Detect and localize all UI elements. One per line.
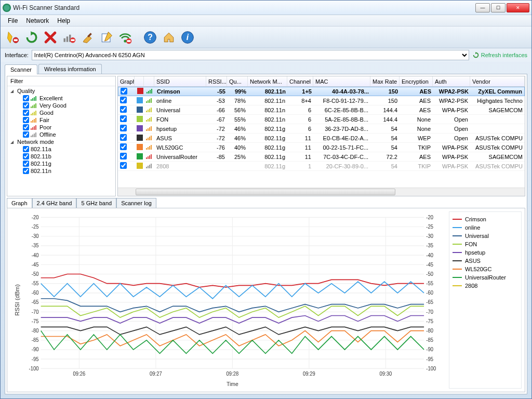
legend-swatch (453, 260, 462, 261)
filter-mode-item[interactable]: 802.11a (8, 145, 114, 153)
tab-scanner[interactable]: Scanner (5, 64, 37, 74)
tab-24ghz[interactable]: 2.4 GHz band (32, 198, 77, 208)
network-row[interactable]: Universal-6656%802.11n66C-2E-85-8B-B...1… (118, 105, 525, 115)
content-area: Filter ◢Quality ExcellentVery GoodGoodFa… (5, 74, 527, 394)
home-button[interactable] (161, 29, 177, 46)
refresh-interfaces-link[interactable]: Refresh interfaces (472, 51, 527, 59)
network-row[interactable]: 2808802.11g120-CF-30-89-0...54TKIPWPA-PS… (118, 162, 525, 171)
tab-wireless-info[interactable]: Wireless information (38, 64, 102, 74)
filter-quality-item[interactable]: Good (8, 109, 114, 116)
signal-icon (146, 116, 153, 122)
filter-quality-item[interactable]: Poor (8, 124, 114, 131)
svg-text:-90: -90 (426, 347, 433, 352)
tree-group-mode[interactable]: ◢Network mode (8, 138, 114, 145)
filter-checkbox[interactable] (23, 124, 29, 130)
legend-item[interactable]: Universal (453, 232, 518, 240)
svg-text:-60: -60 (426, 290, 433, 296)
graph-checkbox[interactable] (120, 125, 127, 131)
color-swatch (137, 97, 143, 103)
network-row[interactable]: UniversalRouter-8525%802.11g117C-03-4C-D… (118, 152, 525, 162)
legend-item[interactable]: 2808 (453, 282, 518, 290)
filter-checkbox[interactable] (23, 168, 29, 174)
signal-icon (146, 154, 153, 159)
legend-item[interactable]: UniversalRouter (453, 273, 518, 282)
filter-checkbox[interactable] (23, 117, 29, 123)
graph-checkbox[interactable] (120, 162, 127, 169)
signal-icon (31, 96, 38, 101)
filter-checkbox[interactable] (23, 102, 29, 109)
menu-network[interactable]: Network (22, 16, 53, 25)
filter-quality-item[interactable]: Fair (8, 116, 114, 124)
filter-checkbox[interactable] (23, 110, 29, 116)
svg-rect-3 (66, 36, 69, 42)
stop-scan-button[interactable] (5, 29, 21, 46)
tree-group-quality[interactable]: ◢Quality (8, 87, 114, 95)
menu-help[interactable]: Help (53, 16, 74, 25)
info-button[interactable]: i (179, 29, 196, 46)
clear-button[interactable] (79, 29, 96, 46)
color-swatch (137, 116, 143, 122)
filter-checkbox[interactable] (23, 131, 29, 138)
network-row[interactable]: hpsetup-7246%802.11g636-23-7D-AD-8...54N… (118, 124, 525, 134)
menu-file[interactable]: File (4, 16, 22, 25)
legend-item[interactable]: FON (453, 240, 518, 248)
filter-checkbox[interactable] (23, 161, 29, 167)
network-row[interactable]: FON-6755%802.11n65A-2E-85-8B-B...144.4No… (118, 115, 525, 124)
legend-swatch (453, 252, 462, 253)
tab-graph[interactable]: Graph (7, 198, 32, 208)
network-row[interactable]: ASUS-7246%802.11g11E0-CB-4E-D2-A...54WEP… (118, 134, 525, 143)
filter-mode-item[interactable]: 802.11n (8, 167, 114, 175)
rssi-chart: -20-20-25-25-30-30-35-35-40-40-45-45-50-… (10, 211, 446, 389)
svg-text:-80: -80 (32, 328, 39, 334)
filter-checkbox[interactable] (23, 146, 29, 152)
signal-icon (146, 135, 153, 140)
svg-text:09:29: 09:29 (303, 371, 315, 377)
graph-checkbox[interactable] (120, 97, 127, 103)
graph-checkbox[interactable] (120, 153, 127, 159)
grid-hscrollbar[interactable] (118, 188, 525, 196)
refresh-button[interactable] (23, 29, 40, 46)
signal-icon (147, 88, 154, 94)
svg-text:-50: -50 (32, 271, 39, 277)
filter-tree[interactable]: ◢Quality ExcellentVery GoodGoodFairPoorO… (7, 86, 115, 196)
legend-item[interactable]: hpsetup (453, 248, 518, 257)
wifi-stop-button[interactable] (117, 29, 134, 46)
delete-button[interactable] (42, 29, 59, 46)
graph-checkbox[interactable] (120, 143, 127, 150)
tab-scanner-log[interactable]: Scanner log (116, 198, 156, 208)
filter-quality-item[interactable]: Offline (8, 131, 114, 138)
signal-stop-button[interactable] (61, 29, 77, 46)
filter-quality-item[interactable]: Very Good (8, 102, 114, 109)
signal-icon (146, 144, 153, 150)
help-button[interactable]: ? (142, 29, 158, 46)
edit-button[interactable] (98, 29, 115, 46)
interface-select[interactable]: Intel(R) Centrino(R) Advanced-N 6250 AGN (32, 50, 469, 60)
graph-checkbox[interactable] (120, 106, 127, 113)
graph-checkbox[interactable] (121, 88, 127, 95)
filter-checkbox[interactable] (23, 153, 29, 159)
svg-text:-45: -45 (426, 261, 433, 267)
filter-mode-item[interactable]: 802.11g (8, 160, 114, 167)
filter-mode-item[interactable]: 802.11b (8, 153, 114, 160)
legend-item[interactable]: ASUS (453, 257, 518, 265)
legend-item[interactable]: WL520GC (453, 265, 518, 273)
svg-text:-85: -85 (426, 337, 433, 343)
filter-quality-item[interactable]: Excellent (8, 95, 114, 102)
legend-item[interactable]: online (453, 223, 518, 232)
graph-checkbox[interactable] (120, 115, 127, 122)
filter-checkbox[interactable] (23, 95, 29, 101)
close-button[interactable]: ✕ (507, 3, 529, 12)
legend-item[interactable]: Crimson (453, 215, 518, 223)
grid-header[interactable]: Graph SSID RSSI... Qu... Network M... Ch… (118, 76, 525, 87)
maximize-button[interactable]: ☐ (491, 3, 506, 12)
color-swatch (137, 144, 143, 150)
titlebar[interactable]: Wi-Fi Scanner Standard — ☐ ✕ (1, 1, 531, 15)
minimize-button[interactable]: — (475, 3, 490, 12)
svg-text:-65: -65 (426, 299, 433, 305)
network-row[interactable]: Crimson-5599%802.11n1+540-4A-03-78...150… (118, 87, 525, 96)
network-row[interactable]: WL520GC-7640%802.11g1100-22-15-71-FC...5… (118, 143, 525, 152)
network-row[interactable]: online-5378%802.11n8+4F8-C0-91-12-79...1… (118, 96, 525, 105)
tab-5ghz[interactable]: 5 GHz band (76, 198, 116, 208)
graph-checkbox[interactable] (120, 134, 127, 141)
svg-rect-11 (127, 40, 131, 42)
